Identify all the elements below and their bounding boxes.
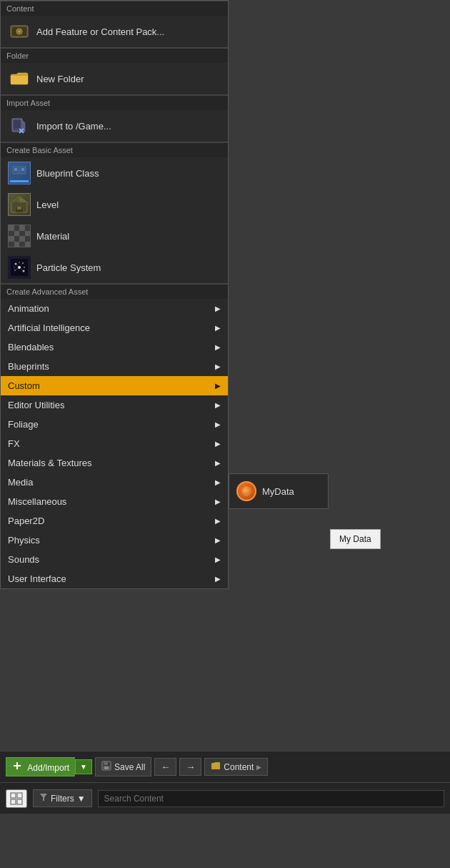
folder-icon (8, 67, 31, 90)
content-pack-icon (8, 20, 31, 43)
menu-item-label: Add Feature or Content Pack... (36, 26, 164, 37)
submenu-arrow-icon: ▶ (215, 420, 221, 428)
section-header-import: Import Asset (1, 95, 228, 110)
save-all-label: Save All (114, 762, 145, 772)
menu-item-sounds[interactable]: Sounds ▶ (1, 550, 228, 569)
menu-item-import[interactable]: Import to /Game... (1, 110, 228, 142)
import-icon (8, 114, 31, 137)
menu-item-label: Particle System (36, 262, 101, 273)
nav-forward-button[interactable]: → (179, 758, 201, 776)
menu-item-foliage[interactable]: Foliage ▶ (1, 415, 228, 434)
svg-point-26 (14, 267, 15, 268)
particle-icon (8, 256, 31, 279)
blueprint-icon (8, 162, 31, 184)
submenu-arrow-icon: ▶ (215, 498, 221, 505)
menu-item-paper2d[interactable]: Paper2D ▶ (1, 511, 228, 531)
menu-item-label: User Interface (8, 573, 66, 584)
content-label: Content (224, 762, 254, 772)
menu-item-add-feature[interactable]: Add Feature or Content Pack... (1, 16, 228, 47)
submenu-arrow-icon: ▶ (215, 517, 221, 525)
menu-item-label: Material (36, 231, 69, 242)
svg-rect-41 (17, 793, 22, 798)
menu-item-artificial-intelligence[interactable]: Artificial Intelligence ▶ (1, 318, 228, 337)
submenu-arrow-icon: ▶ (215, 382, 221, 390)
filters-label: Filters (51, 794, 74, 804)
custom-submenu: MyData (229, 473, 329, 509)
menu-item-label: FX (8, 438, 20, 449)
add-import-button[interactable]: Add/Import (6, 757, 75, 776)
menu-item-label: Media (8, 477, 33, 488)
menu-item-particle-system[interactable]: Particle System (1, 252, 228, 283)
menu-item-physics[interactable]: Physics ▶ (1, 531, 228, 550)
tooltip-text: My Data (339, 534, 371, 544)
menu-item-label: Custom (8, 380, 40, 391)
filters-button[interactable]: Filters ▼ (33, 789, 92, 807)
menu-item-user-interface[interactable]: User Interface ▶ (1, 569, 228, 588)
submenu-arrow-icon: ▶ (215, 401, 221, 409)
menu-item-label: Editor Utilities (8, 400, 64, 410)
menu-item-label: Animation (8, 303, 49, 314)
menu-item-label: Level (36, 199, 59, 210)
menu-item-materials-textures[interactable]: Materials & Textures ▶ (1, 453, 228, 473)
submenu-arrow-icon: ▶ (215, 343, 221, 351)
submenu-arrow-icon: ▶ (215, 478, 221, 486)
menu-item-new-folder[interactable]: New Folder (1, 63, 228, 94)
svg-rect-6 (14, 120, 21, 129)
submenu-arrow-icon: ▶ (215, 536, 221, 544)
submenu-arrow-icon: ▶ (215, 324, 221, 332)
menu-item-animation[interactable]: Animation ▶ (1, 299, 228, 318)
bottom-toolbar: Add/Import ▼ Save All ← → Content ▶ (0, 751, 450, 782)
add-import-group: Add/Import ▼ (6, 757, 92, 776)
svg-point-25 (19, 262, 20, 263)
submenu-arrow-icon: ▶ (215, 459, 221, 467)
svg-rect-43 (17, 799, 22, 804)
submenu-item-label: MyData (262, 486, 294, 497)
menu-item-editor-utilities[interactable]: Editor Utilities ▶ (1, 395, 228, 415)
grid-view-button[interactable] (6, 789, 27, 808)
context-menu: Content Add Feature or Content Pack... F… (0, 0, 229, 589)
svg-rect-18 (17, 207, 21, 209)
section-header-advanced: Create Advanced Asset (1, 284, 228, 299)
svg-rect-42 (11, 799, 16, 804)
menu-item-label: Import to /Game... (36, 121, 111, 132)
menu-item-level[interactable]: Level (1, 189, 228, 220)
content-breadcrumb-button[interactable]: Content ▶ (204, 758, 268, 776)
search-input[interactable] (98, 790, 444, 807)
svg-point-3 (18, 30, 21, 33)
filters-arrow-icon: ▼ (77, 794, 86, 804)
menu-item-label: Blueprints (8, 361, 49, 372)
content-arrow-icon: ▶ (256, 764, 261, 771)
menu-item-fx[interactable]: FX ▶ (1, 434, 228, 453)
nav-back-button[interactable]: ← (154, 758, 176, 776)
menu-item-label: Sounds (8, 554, 39, 565)
mydata-icon (236, 481, 256, 501)
menu-item-label: Materials & Textures (8, 458, 92, 468)
svg-rect-4 (11, 76, 28, 84)
submenu-arrow-icon: ▶ (215, 440, 221, 448)
svg-rect-35 (16, 762, 18, 769)
menu-item-blueprint-class[interactable]: Blueprint Class (1, 157, 228, 189)
menu-item-media[interactable]: Media ▶ (1, 473, 228, 492)
dropdown-arrow-icon: ▼ (80, 763, 87, 771)
material-icon (8, 225, 31, 247)
svg-rect-40 (11, 793, 16, 798)
svg-rect-39 (104, 766, 109, 769)
menu-item-blendables[interactable]: Blendables ▶ (1, 337, 228, 357)
submenu-arrow-icon: ▶ (215, 305, 221, 312)
content-area (229, 0, 450, 782)
menu-item-custom[interactable]: Custom ▶ (1, 376, 228, 395)
menu-item-miscellaneous[interactable]: Miscellaneous ▶ (1, 492, 228, 511)
submenu-item-mydata[interactable]: MyData (229, 477, 328, 505)
level-icon (8, 193, 31, 216)
svg-marker-44 (40, 794, 47, 801)
tooltip: My Data (330, 529, 381, 549)
save-all-button[interactable]: Save All (95, 757, 151, 776)
add-import-label: Add/Import (27, 763, 69, 773)
menu-item-label: Artificial Intelligence (8, 322, 90, 333)
menu-item-blueprints[interactable]: Blueprints ▶ (1, 357, 228, 376)
menu-item-label: New Folder (36, 74, 84, 84)
section-header-basic: Create Basic Asset (1, 142, 228, 157)
menu-item-material[interactable]: Material (1, 220, 228, 252)
add-import-dropdown-button[interactable]: ▼ (75, 759, 92, 774)
folder-small-icon (211, 761, 221, 772)
